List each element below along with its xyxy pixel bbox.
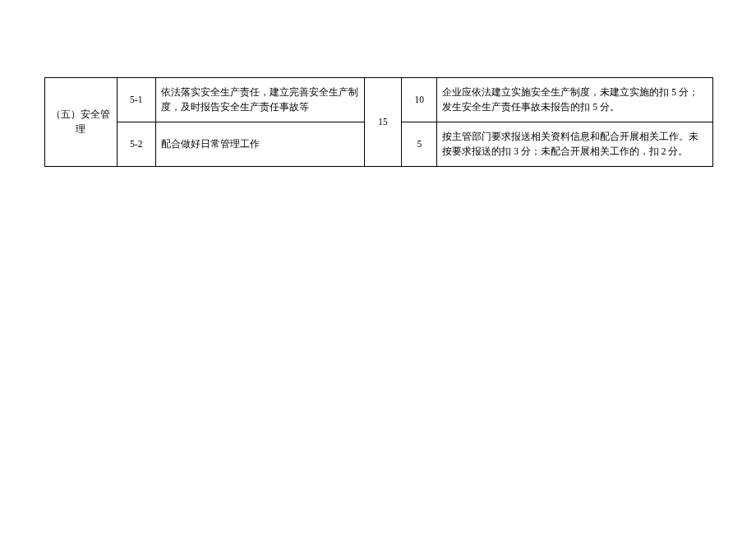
- item-id-cell: 5-1: [117, 78, 155, 122]
- score-cell: 5: [402, 122, 437, 166]
- score-cell: 10: [402, 78, 437, 122]
- content-cell: 配合做好日常管理工作: [155, 122, 364, 166]
- item-id-cell: 5-2: [117, 122, 155, 166]
- assessment-table: （五）安全管理 5-1 依法落实安全生产责任，建立完善安全生产制度，及时报告安全…: [44, 77, 713, 167]
- content-cell: 依法落实安全生产责任，建立完善安全生产制度，及时报告安全生产责任事故等: [155, 78, 364, 122]
- category-score-cell: 15: [364, 78, 402, 167]
- criteria-cell: 按主管部门要求报送相关资料信息和配合开展相关工作。未按要求报送的扣 3 分；未配…: [437, 122, 713, 166]
- criteria-cell: 企业应依法建立实施安全生产制度，未建立实施的扣 5 分；发生安全生产责任事故未报…: [437, 78, 713, 122]
- category-cell: （五）安全管理: [45, 78, 118, 167]
- table-row: （五）安全管理 5-1 依法落实安全生产责任，建立完善安全生产制度，及时报告安全…: [45, 78, 713, 122]
- assessment-table-container: （五）安全管理 5-1 依法落实安全生产责任，建立完善安全生产制度，及时报告安全…: [44, 77, 713, 167]
